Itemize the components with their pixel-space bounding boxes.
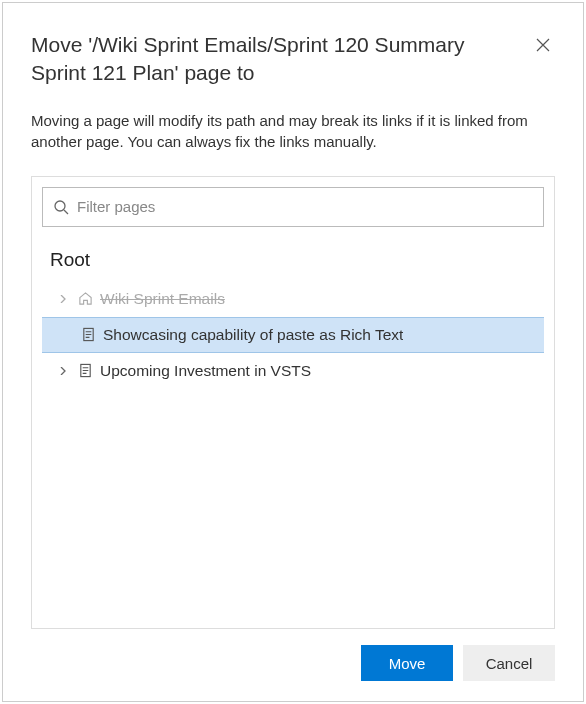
tree-item-label: Wiki Sprint Emails <box>100 290 225 308</box>
cancel-button[interactable]: Cancel <box>463 645 555 681</box>
move-button[interactable]: Move <box>361 645 453 681</box>
tree-item-wiki-sprint-emails: Wiki Sprint Emails <box>42 281 544 317</box>
chevron-right-icon <box>56 295 70 303</box>
tree-item-label: Showcasing capability of paste as Rich T… <box>103 326 403 344</box>
dialog-title: Move '/Wiki Sprint Emails/Sprint 120 Sum… <box>31 31 521 88</box>
page-icon <box>77 363 93 379</box>
filter-input[interactable] <box>77 198 533 215</box>
dialog-header: Move '/Wiki Sprint Emails/Sprint 120 Sum… <box>31 31 555 88</box>
tree-root-label[interactable]: Root <box>42 245 544 281</box>
tree-item-showcasing[interactable]: Showcasing capability of paste as Rich T… <box>42 317 544 353</box>
move-page-dialog: Move '/Wiki Sprint Emails/Sprint 120 Sum… <box>2 2 584 702</box>
chevron-right-icon[interactable] <box>56 367 70 375</box>
dialog-description: Moving a page will modify its path and m… <box>31 110 555 152</box>
tree-item-label: Upcoming Investment in VSTS <box>100 362 311 380</box>
svg-point-0 <box>55 201 65 211</box>
page-icon <box>80 327 96 343</box>
close-button[interactable] <box>531 33 555 57</box>
tree-panel: Root Wiki Sprint Emails <box>31 176 555 629</box>
dialog-footer: Move Cancel <box>31 645 555 681</box>
tree-item-upcoming-investment[interactable]: Upcoming Investment in VSTS <box>42 353 544 389</box>
home-icon <box>77 291 93 307</box>
close-icon <box>536 38 550 52</box>
search-icon <box>53 199 69 215</box>
page-tree: Root Wiki Sprint Emails <box>42 245 544 389</box>
filter-field[interactable] <box>42 187 544 227</box>
